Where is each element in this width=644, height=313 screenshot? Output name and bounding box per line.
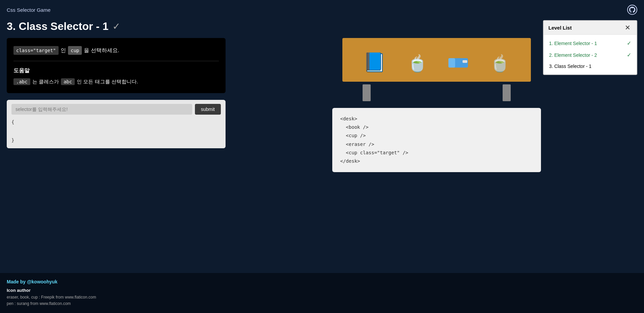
footer-icon-line2: pen : surang from www.flaticon.com — [7, 301, 637, 307]
header: Css Selector Game — [0, 0, 644, 17]
app-title: Css Selector Game — [7, 7, 50, 13]
help-line: .abc 는 클레스가 abc 인 모든 태그를 선택합니다. — [13, 78, 219, 85]
input-area: submit { } — [7, 100, 226, 148]
desk-bottom — [342, 75, 531, 82]
level-item-1-label: 1. Element Selector - 1 — [549, 41, 627, 46]
desk-item-cup-target: 🍵 — [490, 38, 510, 72]
class-tag: class="target" — [13, 46, 59, 55]
xml-line-2: <book /> — [340, 123, 533, 131]
page-title-text: 3. Class Selector - 1 — [7, 20, 108, 33]
xml-line-4: <eraser /> — [340, 140, 533, 149]
desk-leg-left — [363, 84, 371, 101]
level-item-2-check: ✓ — [627, 52, 631, 58]
css-body — [11, 126, 221, 136]
svg-rect-2 — [463, 60, 467, 63]
desk-item-cup: 🍵 — [407, 38, 428, 72]
css-close-brace: } — [11, 136, 221, 144]
level-panel: Level List ✕ 1. Element Selector - 1 ✓ 2… — [543, 20, 637, 75]
level-item-1-check: ✓ — [627, 40, 631, 46]
desc-line-1: class="target" 인 cup 을 선택하세요. — [13, 46, 219, 55]
svg-rect-1 — [448, 58, 455, 68]
footer-made-by: Made by @kowoohyuk — [7, 279, 637, 284]
github-icon[interactable] — [627, 5, 637, 15]
page-check-mark: ✓ — [112, 21, 120, 32]
description-box: class="target" 인 cup 을 선택하세요. 도움말 .abc 는… — [7, 38, 226, 93]
cup-target-icon: 🍵 — [490, 55, 510, 72]
help-mid: 는 클레스가 — [32, 79, 59, 85]
footer-icon-title: Icon author — [7, 288, 637, 293]
level-item-2[interactable]: 2. Element Selector - 2 ✓ — [544, 49, 637, 61]
cup-icon: 🍵 — [407, 55, 428, 72]
desk-item-eraser — [448, 38, 469, 72]
xml-line-1: <desk> — [340, 115, 533, 123]
xml-viewer: <desk> <book /> <cup /> <eraser /> <cup … — [332, 108, 541, 172]
help-end: 인 모든 태그를 선택합니다. — [77, 79, 138, 85]
desk-legs — [342, 84, 531, 101]
selector-input[interactable] — [11, 104, 192, 115]
level-items: 1. Element Selector - 1 ✓ 2. Element Sel… — [544, 35, 637, 74]
xml-line-3: <cup /> — [340, 131, 533, 140]
input-row: submit — [11, 104, 221, 115]
desk-leg-right — [503, 84, 511, 101]
desc-word-select: 을 선택하세요. — [84, 46, 119, 55]
cup-tag: cup — [68, 46, 82, 55]
xml-line-5: <cup class="target" /> — [340, 149, 533, 157]
level-header: Level List ✕ — [544, 21, 637, 35]
left-panel: class="target" 인 cup 을 선택하세요. 도움말 .abc 는… — [7, 38, 226, 148]
footer: Made by @kowoohyuk Icon author eraser, b… — [0, 273, 644, 313]
footer-author: @kowoohyuk — [27, 279, 58, 284]
divider — [13, 61, 219, 61]
level-item-2-label: 2. Element Selector - 2 — [549, 52, 627, 58]
level-item-1[interactable]: 1. Element Selector - 1 ✓ — [544, 37, 637, 49]
help-title: 도움말 — [13, 67, 219, 74]
css-open-brace: { — [11, 118, 221, 126]
eraser-icon — [448, 55, 469, 72]
level-close-button[interactable]: ✕ — [623, 24, 632, 32]
book-icon: 📘 — [363, 53, 386, 72]
desc-word-in: 인 — [61, 46, 66, 55]
submit-button[interactable]: submit — [195, 104, 221, 115]
desk-top: 📘 🍵 — [342, 38, 531, 75]
desk-scene: 📘 🍵 — [342, 38, 531, 101]
level-item-3-label: 3. Class Selector - 1 — [549, 64, 631, 69]
footer-made-label: Made by — [7, 279, 27, 284]
footer-icon-line1: eraser, book, cup : Freepik from www.fla… — [7, 294, 637, 301]
desk-item-book: 📘 — [363, 38, 386, 72]
level-item-3[interactable]: 3. Class Selector - 1 — [544, 61, 637, 72]
abc-tag: abc — [61, 78, 75, 85]
abc-dot-tag: .abc — [13, 78, 30, 85]
level-list-title: Level List — [548, 25, 572, 31]
xml-line-6: </desk> — [340, 157, 533, 165]
